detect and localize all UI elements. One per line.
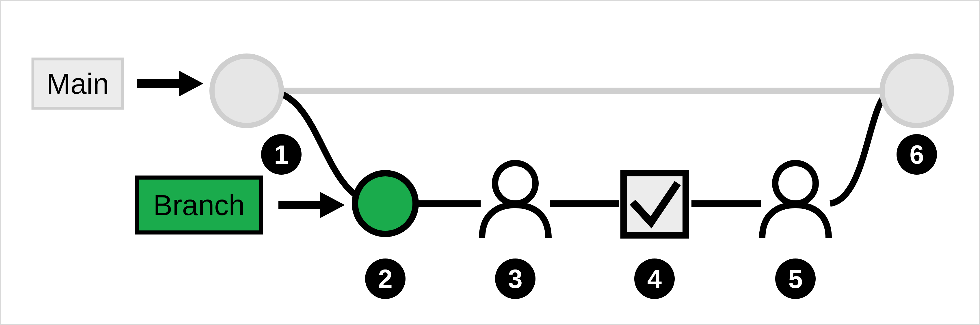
- step-number-2: 2: [378, 264, 393, 293]
- step-badge-1: 1: [261, 134, 302, 175]
- main-label-text: Main: [46, 67, 109, 100]
- svg-point-4: [495, 163, 536, 203]
- step-number-4: 4: [647, 264, 662, 293]
- svg-point-6: [775, 163, 816, 203]
- main-commit-node: [212, 56, 281, 125]
- step-badge-3: 3: [495, 258, 536, 299]
- step-number-6: 6: [910, 140, 924, 169]
- merge-commit-node: [882, 56, 951, 125]
- step-badge-2: 2: [365, 258, 406, 299]
- workflow-diagram: Main Branch: [1, 1, 980, 325]
- step-number-3: 3: [508, 264, 522, 293]
- arrow-main: [137, 70, 203, 96]
- step-number-1: 1: [274, 140, 288, 169]
- step-badge-4: 4: [634, 258, 675, 299]
- branch-commit-node: [355, 173, 416, 234]
- person-icon-5: [762, 163, 829, 238]
- person-icon-3: [482, 163, 549, 238]
- branch-label-text: Branch: [153, 189, 245, 221]
- step-number-5: 5: [788, 264, 803, 293]
- svg-marker-1: [179, 70, 203, 96]
- step-badge-5: 5: [775, 258, 816, 299]
- step-badge-6: 6: [897, 134, 937, 175]
- merge-curve: [830, 91, 891, 203]
- svg-marker-3: [320, 192, 345, 218]
- checkbox-icon: [624, 173, 686, 235]
- arrow-branch: [278, 192, 345, 218]
- diagram-frame: Main Branch: [0, 0, 980, 325]
